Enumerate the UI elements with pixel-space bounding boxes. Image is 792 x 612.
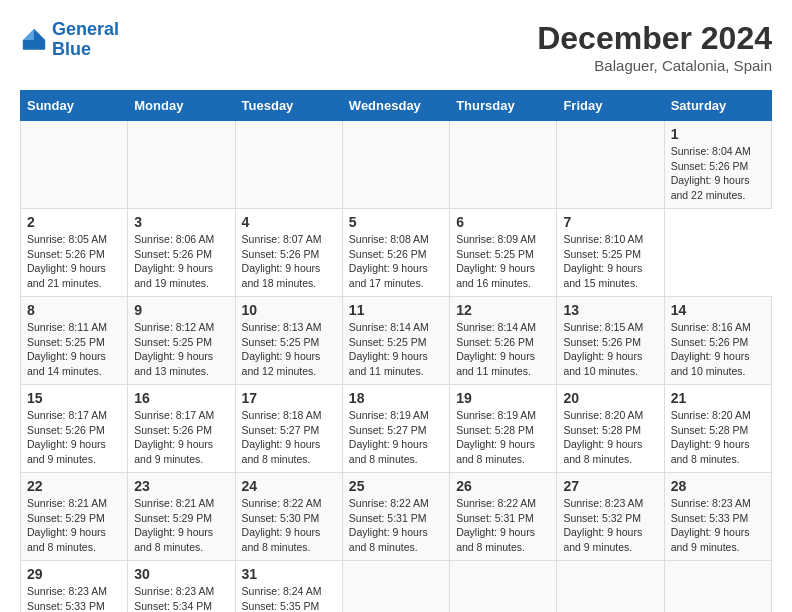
calendar-cell — [235, 121, 342, 209]
day-number: 12 — [456, 302, 550, 318]
calendar-cell: 21Sunrise: 8:20 AMSunset: 5:28 PMDayligh… — [664, 385, 771, 473]
cell-info: Sunrise: 8:05 AMSunset: 5:26 PMDaylight:… — [27, 232, 121, 291]
page-header: GeneralBlue December 2024 Balaguer, Cata… — [20, 20, 772, 74]
cell-info: Sunrise: 8:10 AMSunset: 5:25 PMDaylight:… — [563, 232, 657, 291]
day-number: 14 — [671, 302, 765, 318]
day-number: 20 — [563, 390, 657, 406]
day-number: 10 — [242, 302, 336, 318]
day-number: 15 — [27, 390, 121, 406]
calendar-cell: 3Sunrise: 8:06 AMSunset: 5:26 PMDaylight… — [128, 209, 235, 297]
cell-info: Sunrise: 8:12 AMSunset: 5:25 PMDaylight:… — [134, 320, 228, 379]
calendar-cell: 4Sunrise: 8:07 AMSunset: 5:26 PMDaylight… — [235, 209, 342, 297]
calendar-cell — [450, 561, 557, 613]
calendar-week-3: 8Sunrise: 8:11 AMSunset: 5:25 PMDaylight… — [21, 297, 772, 385]
day-number: 28 — [671, 478, 765, 494]
cell-info: Sunrise: 8:21 AMSunset: 5:29 PMDaylight:… — [27, 496, 121, 555]
month-title: December 2024 — [537, 20, 772, 57]
calendar-cell: 18Sunrise: 8:19 AMSunset: 5:27 PMDayligh… — [342, 385, 449, 473]
day-number: 8 — [27, 302, 121, 318]
calendar-week-4: 15Sunrise: 8:17 AMSunset: 5:26 PMDayligh… — [21, 385, 772, 473]
day-number: 23 — [134, 478, 228, 494]
cell-info: Sunrise: 8:19 AMSunset: 5:27 PMDaylight:… — [349, 408, 443, 467]
cell-info: Sunrise: 8:20 AMSunset: 5:28 PMDaylight:… — [671, 408, 765, 467]
day-number: 24 — [242, 478, 336, 494]
logo: GeneralBlue — [20, 20, 119, 60]
calendar-table: SundayMondayTuesdayWednesdayThursdayFrid… — [20, 90, 772, 612]
cell-info: Sunrise: 8:17 AMSunset: 5:26 PMDaylight:… — [27, 408, 121, 467]
svg-marker-1 — [23, 29, 34, 40]
cell-info: Sunrise: 8:09 AMSunset: 5:25 PMDaylight:… — [456, 232, 550, 291]
calendar-week-1: 1Sunrise: 8:04 AMSunset: 5:26 PMDaylight… — [21, 121, 772, 209]
calendar-cell — [21, 121, 128, 209]
cell-info: Sunrise: 8:07 AMSunset: 5:26 PMDaylight:… — [242, 232, 336, 291]
cell-info: Sunrise: 8:08 AMSunset: 5:26 PMDaylight:… — [349, 232, 443, 291]
day-number: 17 — [242, 390, 336, 406]
calendar-cell: 23Sunrise: 8:21 AMSunset: 5:29 PMDayligh… — [128, 473, 235, 561]
day-header-thursday: Thursday — [450, 91, 557, 121]
cell-info: Sunrise: 8:23 AMSunset: 5:33 PMDaylight:… — [671, 496, 765, 555]
calendar-cell: 5Sunrise: 8:08 AMSunset: 5:26 PMDaylight… — [342, 209, 449, 297]
calendar-cell: 31Sunrise: 8:24 AMSunset: 5:35 PMDayligh… — [235, 561, 342, 613]
cell-info: Sunrise: 8:14 AMSunset: 5:26 PMDaylight:… — [456, 320, 550, 379]
calendar-cell — [128, 121, 235, 209]
day-number: 26 — [456, 478, 550, 494]
calendar-cell: 19Sunrise: 8:19 AMSunset: 5:28 PMDayligh… — [450, 385, 557, 473]
day-number: 1 — [671, 126, 765, 142]
cell-info: Sunrise: 8:20 AMSunset: 5:28 PMDaylight:… — [563, 408, 657, 467]
calendar-cell: 17Sunrise: 8:18 AMSunset: 5:27 PMDayligh… — [235, 385, 342, 473]
day-number: 7 — [563, 214, 657, 230]
cell-info: Sunrise: 8:22 AMSunset: 5:31 PMDaylight:… — [349, 496, 443, 555]
day-number: 29 — [27, 566, 121, 582]
calendar-cell — [342, 561, 449, 613]
calendar-week-6: 29Sunrise: 8:23 AMSunset: 5:33 PMDayligh… — [21, 561, 772, 613]
calendar-week-2: 2Sunrise: 8:05 AMSunset: 5:26 PMDaylight… — [21, 209, 772, 297]
cell-info: Sunrise: 8:23 AMSunset: 5:33 PMDaylight:… — [27, 584, 121, 612]
calendar-cell: 9Sunrise: 8:12 AMSunset: 5:25 PMDaylight… — [128, 297, 235, 385]
day-number: 6 — [456, 214, 550, 230]
day-header-monday: Monday — [128, 91, 235, 121]
calendar-cell: 14Sunrise: 8:16 AMSunset: 5:26 PMDayligh… — [664, 297, 771, 385]
day-number: 3 — [134, 214, 228, 230]
day-number: 25 — [349, 478, 443, 494]
logo-icon — [20, 26, 48, 54]
day-number: 13 — [563, 302, 657, 318]
calendar-cell: 20Sunrise: 8:20 AMSunset: 5:28 PMDayligh… — [557, 385, 664, 473]
calendar-cell: 13Sunrise: 8:15 AMSunset: 5:26 PMDayligh… — [557, 297, 664, 385]
header-row: SundayMondayTuesdayWednesdayThursdayFrid… — [21, 91, 772, 121]
calendar-cell: 16Sunrise: 8:17 AMSunset: 5:26 PMDayligh… — [128, 385, 235, 473]
cell-info: Sunrise: 8:11 AMSunset: 5:25 PMDaylight:… — [27, 320, 121, 379]
cell-info: Sunrise: 8:23 AMSunset: 5:32 PMDaylight:… — [563, 496, 657, 555]
calendar-cell: 11Sunrise: 8:14 AMSunset: 5:25 PMDayligh… — [342, 297, 449, 385]
calendar-cell — [342, 121, 449, 209]
location: Balaguer, Catalonia, Spain — [537, 57, 772, 74]
svg-rect-2 — [23, 40, 45, 50]
cell-info: Sunrise: 8:17 AMSunset: 5:26 PMDaylight:… — [134, 408, 228, 467]
day-number: 2 — [27, 214, 121, 230]
day-number: 16 — [134, 390, 228, 406]
calendar-cell: 29Sunrise: 8:23 AMSunset: 5:33 PMDayligh… — [21, 561, 128, 613]
day-header-friday: Friday — [557, 91, 664, 121]
cell-info: Sunrise: 8:16 AMSunset: 5:26 PMDaylight:… — [671, 320, 765, 379]
calendar-cell: 6Sunrise: 8:09 AMSunset: 5:25 PMDaylight… — [450, 209, 557, 297]
day-number: 30 — [134, 566, 228, 582]
cell-info: Sunrise: 8:19 AMSunset: 5:28 PMDaylight:… — [456, 408, 550, 467]
calendar-week-5: 22Sunrise: 8:21 AMSunset: 5:29 PMDayligh… — [21, 473, 772, 561]
cell-info: Sunrise: 8:15 AMSunset: 5:26 PMDaylight:… — [563, 320, 657, 379]
day-number: 31 — [242, 566, 336, 582]
day-number: 9 — [134, 302, 228, 318]
calendar-cell: 25Sunrise: 8:22 AMSunset: 5:31 PMDayligh… — [342, 473, 449, 561]
title-block: December 2024 Balaguer, Catalonia, Spain — [537, 20, 772, 74]
cell-info: Sunrise: 8:21 AMSunset: 5:29 PMDaylight:… — [134, 496, 228, 555]
calendar-cell — [450, 121, 557, 209]
calendar-cell: 15Sunrise: 8:17 AMSunset: 5:26 PMDayligh… — [21, 385, 128, 473]
calendar-cell: 26Sunrise: 8:22 AMSunset: 5:31 PMDayligh… — [450, 473, 557, 561]
day-number: 18 — [349, 390, 443, 406]
day-number: 5 — [349, 214, 443, 230]
cell-info: Sunrise: 8:04 AMSunset: 5:26 PMDaylight:… — [671, 144, 765, 203]
calendar-cell: 22Sunrise: 8:21 AMSunset: 5:29 PMDayligh… — [21, 473, 128, 561]
day-header-sunday: Sunday — [21, 91, 128, 121]
calendar-cell: 1Sunrise: 8:04 AMSunset: 5:26 PMDaylight… — [664, 121, 771, 209]
calendar-cell: 30Sunrise: 8:23 AMSunset: 5:34 PMDayligh… — [128, 561, 235, 613]
day-number: 27 — [563, 478, 657, 494]
day-number: 21 — [671, 390, 765, 406]
